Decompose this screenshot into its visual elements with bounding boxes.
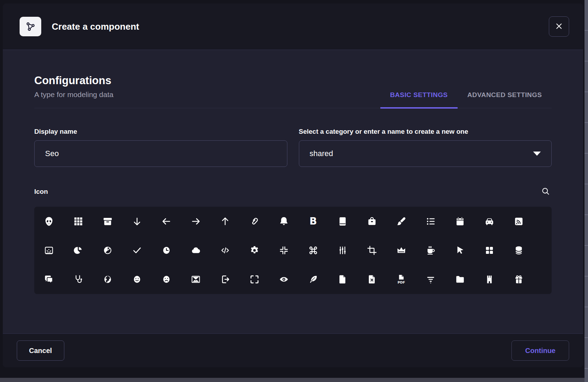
emotion-unhappy-icon[interactable] — [157, 270, 175, 288]
icon-picker-head: Icon — [34, 185, 552, 198]
clock-icon[interactable] — [157, 241, 175, 259]
svg-text:PDF: PDF — [397, 280, 405, 284]
page-background: { "colors": { "accent": "#6F63EC", "pane… — [0, 0, 588, 382]
icon-search-button[interactable] — [539, 185, 552, 198]
collapse-icon[interactable] — [275, 241, 293, 259]
cancel-button[interactable]: Cancel — [17, 340, 64, 361]
earth-icon[interactable] — [99, 270, 117, 288]
category-select-value: shared — [310, 149, 333, 158]
apps-icon[interactable] — [69, 212, 87, 230]
dashboard-icon[interactable] — [480, 241, 499, 259]
alien-icon[interactable] — [40, 212, 58, 230]
feather-icon[interactable] — [304, 270, 322, 288]
eye-icon[interactable] — [275, 270, 293, 288]
code-icon[interactable] — [216, 241, 234, 259]
command-icon[interactable] — [304, 241, 322, 259]
folder-icon[interactable] — [451, 270, 469, 288]
cursor-icon[interactable] — [451, 241, 469, 259]
modal-footer: Cancel Continue — [3, 333, 583, 367]
section-subtitle: A type for modeling data — [34, 90, 113, 99]
expand-icon[interactable] — [245, 270, 264, 288]
bullet-list-icon[interactable] — [422, 212, 440, 230]
component-icon — [20, 17, 41, 36]
icon-grid: BPDF — [34, 207, 552, 294]
arrow-up-icon[interactable] — [216, 212, 234, 230]
cast-icon[interactable] — [510, 212, 528, 230]
create-component-modal: Create a component Configurations A type… — [3, 3, 583, 367]
page-scrollbar[interactable] — [585, 0, 588, 382]
page-behind-bottom-edge — [0, 378, 585, 382]
check-icon[interactable] — [128, 241, 146, 259]
cog-icon[interactable] — [245, 241, 264, 259]
briefcase-icon[interactable] — [363, 212, 381, 230]
modal-title: Create a component — [52, 21, 139, 32]
file-pdf-icon[interactable]: PDF — [392, 270, 410, 288]
calendar-icon[interactable] — [451, 212, 469, 230]
close-button[interactable] — [549, 16, 569, 37]
icon-label: Icon — [34, 188, 48, 196]
car-icon[interactable] — [480, 212, 499, 230]
doctor-icon[interactable] — [69, 270, 87, 288]
form-row: Display name Select a category or enter … — [34, 128, 552, 167]
section-titles: Configurations A type for modeling data — [34, 74, 113, 108]
tab-basic-settings[interactable]: BASIC SETTINGS — [380, 91, 458, 109]
arrow-left-icon[interactable] — [157, 212, 175, 230]
continue-button[interactable]: Continue — [511, 340, 569, 361]
crown-icon[interactable] — [392, 241, 410, 259]
display-name-field: Display name — [34, 128, 287, 167]
fortress-icon[interactable] — [480, 270, 499, 288]
modal-header: Create a component — [3, 3, 583, 50]
arrow-right-icon[interactable] — [187, 212, 205, 230]
chart-scatter-icon[interactable] — [40, 241, 58, 259]
modal-title-group: Create a component — [20, 17, 139, 36]
category-select[interactable]: shared — [299, 140, 552, 167]
display-name-label: Display name — [34, 128, 287, 135]
attachment-icon[interactable] — [245, 212, 264, 230]
chart-pie-icon[interactable] — [99, 241, 117, 259]
tabs: BASIC SETTINGS ADVANCED SETTINGS — [380, 91, 552, 108]
bold-icon[interactable]: B — [304, 212, 322, 230]
cup-icon[interactable] — [422, 241, 440, 259]
modal-body: Configurations A type for modeling data … — [3, 50, 583, 333]
controls-icon[interactable] — [334, 241, 352, 259]
chart-donut-icon[interactable] — [69, 241, 87, 259]
tab-advanced-settings[interactable]: ADVANCED SETTINGS — [458, 91, 552, 109]
archive-icon[interactable] — [99, 212, 117, 230]
brush-icon[interactable] — [392, 212, 410, 230]
book-icon[interactable] — [334, 212, 352, 230]
discussion-icon[interactable] — [40, 270, 58, 288]
display-name-input[interactable] — [34, 140, 287, 167]
crop-icon[interactable] — [363, 241, 381, 259]
arrow-down-icon[interactable] — [128, 212, 146, 230]
file-error-icon[interactable] — [363, 270, 381, 288]
filter-icon[interactable] — [422, 270, 440, 288]
close-icon — [554, 22, 564, 32]
category-field: Select a category or enter a name to cre… — [299, 128, 552, 167]
section-head: Configurations A type for modeling data … — [34, 74, 552, 108]
bell-icon[interactable] — [275, 212, 293, 230]
gift-icon[interactable] — [510, 270, 528, 288]
cloud-icon[interactable] — [187, 241, 205, 259]
caret-down-icon — [533, 152, 541, 156]
emotion-happy-icon[interactable] — [128, 270, 146, 288]
category-label: Select a category or enter a name to cre… — [299, 128, 552, 135]
file-icon[interactable] — [334, 270, 352, 288]
section-title: Configurations — [34, 74, 113, 87]
exit-icon[interactable] — [216, 270, 234, 288]
envelope-icon[interactable] — [187, 270, 205, 288]
search-icon — [541, 192, 550, 197]
database-icon[interactable] — [510, 241, 528, 259]
